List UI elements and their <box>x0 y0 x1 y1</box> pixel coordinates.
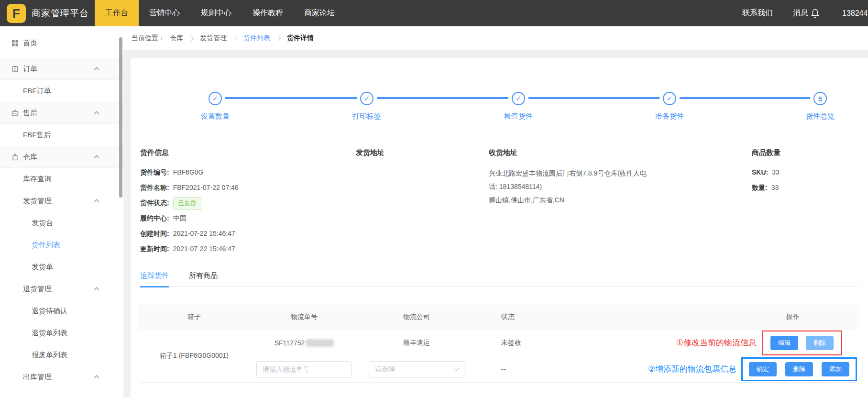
delete-new-button[interactable]: 删除 <box>785 362 813 376</box>
account-phone[interactable]: 138244 <box>842 9 868 18</box>
shipment-info-title: 货件信息 <box>140 148 239 165</box>
ship-from-section: 发货地址 <box>356 148 385 165</box>
sidebar-group-aftersale[interactable]: 售后 <box>0 102 123 124</box>
sidebar-item-return-list[interactable]: 退货单列表 <box>0 322 123 344</box>
step-label-check-shipment: 检查货件 <box>485 112 552 121</box>
sidebar-group-warehouse[interactable]: 仓库 <box>0 146 123 168</box>
brand-logo: F <box>7 4 26 23</box>
delete-button[interactable]: 删除 <box>806 336 834 350</box>
step-check-icon: ✓ <box>360 92 374 105</box>
ship-to-section: 收货地址 兴业北路宏盛丰物流园后门右侧7.8.9号仓库(收件人电话: 18138… <box>489 148 651 207</box>
ship-to-address: 兴业北路宏盛丰物流园后门右侧7.8.9号仓库(收件人电话: 1813854811… <box>489 166 651 207</box>
tab-track-shipment[interactable]: 追踪货件 <box>140 268 169 287</box>
table-row: 箱子1 (FBF6G0G0001) SF112752 顺丰速运 未签收 ①修改当… <box>139 330 859 383</box>
created-time-row: 创建时间:2021-07-22 15:46:47 <box>140 226 239 241</box>
confirm-button[interactable]: 确定 <box>749 362 777 376</box>
home-grid-icon <box>11 40 19 47</box>
tracking-table: 箱子 物流单号 物流公司 状态 操作 箱子1 (FBF6G0G0001) SF1… <box>139 305 859 383</box>
breadcrumb-shipment-list[interactable]: 货件列表 <box>243 34 270 43</box>
sidebar-item-home[interactable]: 首页 <box>0 32 123 54</box>
fulfillment-center-row: 履约中心:中国 <box>140 210 239 226</box>
step-label-prepare-shipment: 准备货件 <box>636 112 703 121</box>
tab-all-products[interactable]: 所有商品 <box>189 268 218 287</box>
shipment-detail-card: ✓ ✓ ✓ ✓ 5 设置数量 打印标签 检查货件 准备货件 货件总览 货件信息 … <box>131 58 868 397</box>
nav-item-workbench[interactable]: 工作台 <box>95 0 139 26</box>
box-cell: 箱子1 (FBF6G0G0001) <box>139 330 249 382</box>
step-number-badge: 5 <box>813 92 827 105</box>
step-label-print-labels: 打印标签 <box>333 112 400 121</box>
sku-row: SKU:33 <box>752 165 780 180</box>
sidebar-nav: 首页 订单 FBF订单 售后 FBF售后 仓库 库存查询 发货管理 发货台 <box>0 26 123 397</box>
aftersale-briefcase-icon <box>11 110 19 117</box>
bell-icon <box>811 9 819 18</box>
step-label-shipment-overview: 货件总览 <box>787 112 854 121</box>
step-connector <box>680 97 810 99</box>
breadcrumb-shipping-mgmt[interactable]: 发货管理 <box>200 34 227 43</box>
add-button[interactable]: 添加 <box>822 362 849 376</box>
sidebar-scrollbar[interactable] <box>119 37 122 198</box>
chevron-up-icon <box>94 67 99 72</box>
shipment-info-section: 货件信息 货件编号:FBF6G0G 货件名称:FBF2021-07-22 07:… <box>140 148 239 256</box>
step-check-icon: ✓ <box>512 92 525 105</box>
logistics-company-select[interactable]: 请选择 <box>369 361 464 377</box>
navbar-right: 联系我们 消息 138244 <box>742 0 868 26</box>
brand-logo-letter: F <box>12 6 20 21</box>
sidebar-item-fbf-aftersale[interactable]: FBF售后 <box>0 124 123 146</box>
nav-item-rules[interactable]: 规则中心 <box>190 0 242 26</box>
order-clipboard-icon <box>11 66 19 73</box>
chevron-up-icon <box>94 375 99 380</box>
sidebar-item-scrap-list[interactable]: 报废单列表 <box>0 344 123 366</box>
ship-from-title: 发货地址 <box>356 148 385 165</box>
chevron-up-icon <box>94 155 99 160</box>
qty-row: 数量:33 <box>752 180 780 195</box>
chevron-up-icon <box>94 111 99 116</box>
chevron-right-icon <box>276 36 281 41</box>
annotation-add-package: ②增添新的物流包裹信息 <box>648 364 736 375</box>
sidebar-item-inventory-query[interactable]: 库存查询 <box>0 168 123 190</box>
nav-item-tutorial[interactable]: 操作教程 <box>242 0 294 26</box>
col-header-actions: 操作 <box>560 313 859 321</box>
edit-button[interactable]: 编辑 <box>770 336 798 350</box>
chevron-down-icon <box>453 365 459 371</box>
sidebar-item-shipment-list[interactable]: 货件列表 <box>0 234 123 256</box>
product-quantity-section: 商品数量 SKU:33 数量:33 <box>752 148 780 195</box>
step-check-icon: ✓ <box>663 92 676 105</box>
sidebar-item-fbf-orders[interactable]: FBF订单 <box>0 80 123 102</box>
status-badge: 已发货 <box>173 197 202 210</box>
ship-to-title: 收货地址 <box>489 148 651 165</box>
logistics-company-cell: 顺丰速运 <box>359 339 474 347</box>
tracking-number-input[interactable] <box>256 361 352 377</box>
messages-link[interactable]: 消息 <box>793 8 819 18</box>
sidebar-group-shipping-mgmt[interactable]: 发货管理 <box>0 190 123 212</box>
existing-package-subrow: SF112752 顺丰速运 未签收 ①修改当前的物流信息 编辑 删除 <box>249 330 859 356</box>
updated-time-row: 更新时间:2021-07-22 15:46:47 <box>140 241 239 256</box>
shipment-status-row: 货件状态:已发货 <box>140 195 239 210</box>
breadcrumb-warehouse[interactable]: 仓库 <box>170 34 183 43</box>
breadcrumb: 当前位置： 仓库 发货管理 货件列表 货件详情 <box>123 26 868 50</box>
sidebar-item-return-pending[interactable]: 退货待确认 <box>0 300 123 322</box>
sidebar-group-outbound-mgmt[interactable]: 出库管理 <box>0 366 123 388</box>
step-connector <box>225 97 357 99</box>
step-label-set-quantity: 设置数量 <box>182 112 249 121</box>
annotation-edit-logistics: ①修改当前的物流信息 <box>676 337 757 348</box>
main-menu: 工作台 营销中心 规则中心 操作教程 商家论坛 <box>95 0 345 26</box>
sidebar-item-shipping-desk[interactable]: 发货台 <box>0 212 123 234</box>
nav-item-marketing[interactable]: 营销中心 <box>139 0 190 26</box>
redacted-tracking-digits <box>306 339 334 347</box>
nav-item-forum[interactable]: 商家论坛 <box>294 0 345 26</box>
blue-highlight-box: 确定 删除 添加 <box>741 357 857 381</box>
contact-us-link[interactable]: 联系我们 <box>742 8 773 18</box>
step-connector <box>377 97 508 99</box>
brand-title: 商家管理平台 <box>32 0 89 26</box>
step-connector <box>528 97 659 99</box>
sidebar-item-shipping-order[interactable]: 发货单 <box>0 256 123 278</box>
sidebar-group-orders[interactable]: 订单 <box>0 58 123 80</box>
red-highlight-box: 编辑 删除 <box>762 331 842 355</box>
sidebar-group-return-mgmt[interactable]: 退货管理 <box>0 278 123 300</box>
tracking-number-cell: SF112752 <box>249 339 359 347</box>
chevron-up-icon <box>94 287 99 292</box>
product-quantity-title: 商品数量 <box>752 148 780 165</box>
breadcrumb-prefix: 当前位置： <box>132 34 165 43</box>
chevron-up-icon <box>94 199 99 204</box>
new-package-subrow: 请选择 -- ②增添新的物流包裹信息 确定 删除 添加 <box>249 356 859 382</box>
